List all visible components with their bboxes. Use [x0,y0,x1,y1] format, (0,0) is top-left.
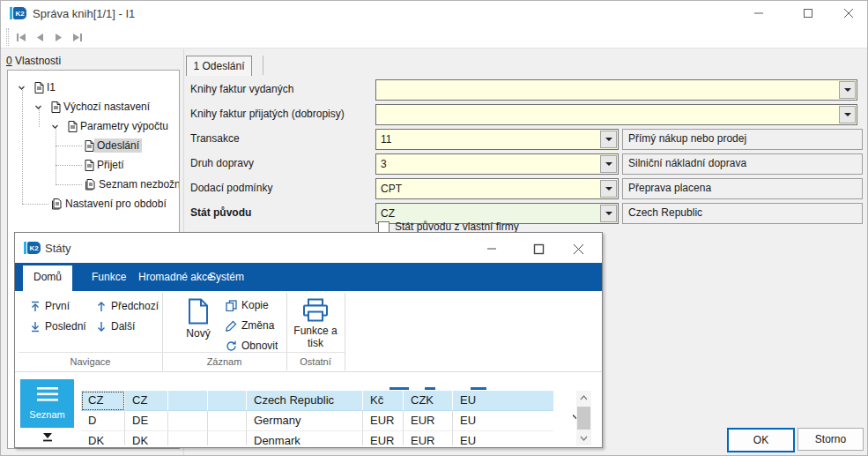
table-cell[interactable] [168,411,208,431]
tree-item-label-selected[interactable]: Odeslání [94,138,142,153]
table-cell[interactable]: EU [453,431,553,445]
app-window: K2 Správa knih[1/1] - I1 0 Vlastnosti [0,0,868,456]
ribbon-tab-domu[interactable]: Domů [23,265,72,291]
go-to-bottom-button[interactable] [20,428,74,445]
new-button[interactable]: Nový [178,298,219,340]
tree-item-label[interactable]: Přijetí [94,158,127,172]
tab-odeslani[interactable]: 1 Odeslání [186,56,252,76]
tree-item-label[interactable]: Výchozí nastavení [61,100,152,114]
tree-item-prijeti[interactable]: Přijetí [85,155,127,175]
popup-title: Státy [45,242,71,255]
dropdown-arrow-icon[interactable] [839,106,856,123]
arrow-down-icon [96,321,107,333]
table-cell[interactable]: EUR [404,411,453,431]
first-record-icon[interactable] [11,28,31,46]
documents-icon [85,179,96,191]
table-cell[interactable]: Denmark [247,431,363,445]
ribbon-tab-funkce[interactable]: Funkce [92,263,126,291]
table-cell[interactable] [168,391,208,411]
table-cell[interactable]: EUR [404,431,453,445]
table-cell[interactable]: EUR [363,411,404,431]
dropdown-arrow-icon[interactable] [600,155,617,173]
combo-transakce[interactable]: 11 [375,129,619,150]
document-icon [85,160,94,171]
tree-item-parametry-vypoctu[interactable]: Parametry výpočtu [51,116,171,136]
table-row[interactable]: DK DK Denmark EUR EUR EU [81,431,553,445]
dropdown-arrow-icon[interactable] [600,131,617,148]
table-cell[interactable]: CZK [404,391,453,411]
combo-value[interactable]: CZ [376,207,600,220]
tree-item-i1[interactable]: I1 [18,78,58,97]
last-record-icon[interactable] [67,28,86,46]
scrollbar-thumb[interactable] [577,407,590,430]
dropdown-arrow-icon[interactable] [600,205,617,222]
ribbon-tab-hromadne-akce[interactable]: Hromadné akce [138,263,213,291]
ok-button[interactable]: OK [727,428,795,452]
dropdown-arrow-icon[interactable] [600,180,617,198]
view-switch-seznam[interactable]: Seznam [20,379,74,428]
table-cell[interactable]: Germany [247,411,363,431]
table-cell[interactable]: Kč [363,391,404,411]
tree-item-odeslani[interactable]: Odeslání [85,136,142,155]
close-button[interactable] [835,3,862,24]
next-record-icon[interactable] [48,28,68,46]
chevron-down-icon[interactable] [34,103,42,111]
tree-item-seznam-nezboznich[interactable]: Seznam nezbožních [85,175,180,194]
scroll-down-icon[interactable] [576,431,591,445]
field-label-transakce: Transakce [190,129,240,148]
combo-dodaci-podminky[interactable]: CPT [375,178,619,199]
refresh-button[interactable]: Obnovit [226,340,278,352]
ribbon-tabbar: Domů Funkce Hromadné akce Systém [15,263,602,291]
table-cell[interactable]: CZ [81,391,125,411]
combo-knihy-prijatych[interactable] [375,104,857,125]
table-cell[interactable]: EU [453,391,553,411]
scroll-up-icon[interactable] [576,391,591,405]
previous-button[interactable]: Předchozí [96,300,159,312]
table-cell[interactable]: D [81,411,125,431]
table-cell[interactable]: Czech Republic [247,391,363,411]
popup-maximize-button[interactable] [526,238,551,259]
storno-button[interactable]: Storno [798,428,864,451]
combo-value[interactable]: CPT [376,183,600,195]
chevron-down-icon[interactable] [18,84,26,92]
tree-item-label[interactable]: Nastavení pro období [63,197,169,211]
table-cell[interactable]: DK [81,431,125,445]
tree-item-label[interactable]: I1 [44,80,58,94]
tree-item-nastaveni-pro-obdobi[interactable]: Nastavení pro období [51,194,169,213]
tree-item-vychozi-nastaveni[interactable]: Výchozí nastavení [34,97,152,116]
minimize-button[interactable] [746,3,772,24]
tree-item-label[interactable]: Parametry výpočtu [78,119,171,133]
maximize-button[interactable] [795,3,821,24]
edit-button[interactable]: Změna [226,319,274,332]
table-cell[interactable]: EUR [363,431,404,445]
table-cell[interactable] [208,391,247,411]
tree-item-label[interactable]: Seznam nezbožních [96,177,180,191]
copy-button[interactable]: Kopie [226,299,269,311]
combo-value[interactable]: 3 [376,158,600,170]
table-cell[interactable]: DE [125,411,168,431]
table-cell[interactable] [208,431,247,445]
table-cell[interactable]: CZ [125,391,168,411]
document-icon [34,82,44,93]
toolbar-grip[interactable] [6,28,9,46]
previous-record-icon[interactable] [30,28,49,46]
dropdown-arrow-icon[interactable] [839,81,856,99]
table-cell[interactable] [168,431,208,445]
table-row[interactable]: CZ CZ Czech Republic Kč CZK EU [81,391,553,411]
table-cell[interactable]: DK [125,431,168,445]
popup-close-button[interactable] [566,238,590,259]
chevron-down-icon[interactable] [51,123,59,131]
last-button[interactable]: Poslední [30,320,86,333]
funkce-a-tisk-button[interactable]: Funkce a tisk [290,298,341,349]
table-scrollbar[interactable] [576,391,591,445]
next-button[interactable]: Další [96,320,135,333]
combo-value[interactable]: 11 [376,133,600,146]
ribbon-tab-system[interactable]: Systém [209,263,244,291]
table-row[interactable]: D DE Germany EUR EUR EU [81,411,553,431]
combo-knihy-vydanych[interactable] [375,79,857,101]
combo-druh-dopravy[interactable]: 3 [375,153,619,175]
table-cell[interactable] [208,411,247,431]
popup-minimize-button[interactable] [479,238,504,259]
table-cell[interactable]: EU [453,411,553,431]
first-button[interactable]: První [30,300,70,312]
